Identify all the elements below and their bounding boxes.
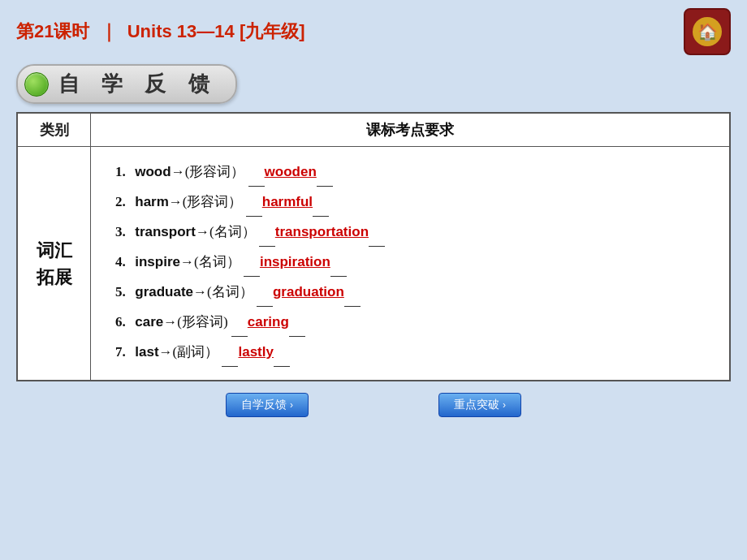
list-item: 2. harm→(形容词） harmful xyxy=(115,188,713,217)
item-type: →(副词） xyxy=(159,344,219,360)
self-study-btn[interactable]: 自学反馈 › xyxy=(226,393,309,417)
category-cell: 词汇拓展 xyxy=(18,147,91,381)
item-type: →(形容词) xyxy=(163,314,227,330)
arrow-icon: › xyxy=(503,399,506,411)
item-num: 4. xyxy=(115,248,132,276)
item-num: 7. xyxy=(115,338,132,366)
item-num: 3. xyxy=(115,218,132,246)
header: 第21课时 ｜ Units 13—14 [九年级] 🏠 xyxy=(0,0,747,59)
section-label-text: 自 学 反 馈 xyxy=(58,70,218,98)
footer: 自学反馈 › 重点突破 › xyxy=(0,393,747,425)
green-dot-icon xyxy=(24,72,49,97)
item-word: wood xyxy=(135,164,171,179)
item-type: →(名词） xyxy=(180,254,240,269)
answer: caring xyxy=(248,314,289,330)
home-button[interactable]: 🏠 xyxy=(684,8,731,55)
answer: graduation xyxy=(273,284,344,299)
list-item: 1. wood→(形容词） wooden xyxy=(115,158,713,187)
item-word: care xyxy=(135,314,163,330)
item-word: transport xyxy=(135,224,196,239)
item-num: 2. xyxy=(115,188,132,216)
item-type: →(名词） xyxy=(193,284,253,299)
item-type: →(形容词） xyxy=(171,164,245,179)
answer: lastly xyxy=(238,344,273,360)
item-num: 1. xyxy=(115,158,132,186)
list-item: 6. care→(形容词) caring xyxy=(115,308,713,337)
col2-header: 课标考点要求 xyxy=(91,114,730,147)
content-cell: 1. wood→(形容词） wooden 2. harm→(形容词） harmf… xyxy=(91,147,730,381)
col1-header: 类别 xyxy=(18,114,91,147)
content-table: 类别 课标考点要求 词汇拓展 1. wood→(形容词） wooden 2. h… xyxy=(16,112,731,381)
item-type: →(形容词） xyxy=(169,194,243,209)
answer: inspiration xyxy=(260,254,330,269)
list-item: 7. last→(副词） lastly xyxy=(115,338,713,367)
item-num: 5. xyxy=(115,278,132,306)
answer: harmful xyxy=(262,194,313,209)
item-word: inspire xyxy=(135,254,180,269)
home-icon: 🏠 xyxy=(693,17,722,46)
item-type: →(名词） xyxy=(196,224,256,239)
list-item: 5. graduate→(名词） graduation xyxy=(115,278,713,307)
list-item: 3. transport→(名词） transportation xyxy=(115,218,713,247)
key-points-btn[interactable]: 重点突破 › xyxy=(438,393,521,417)
list-item: 4. inspire→(名词） inspiration xyxy=(115,248,713,277)
item-word: harm xyxy=(135,194,169,209)
answer: transportation xyxy=(275,224,369,239)
arrow-icon: › xyxy=(290,399,293,411)
item-word: last xyxy=(135,344,158,360)
item-num: 6. xyxy=(115,308,132,336)
item-word: graduate xyxy=(135,284,193,299)
page-title: 第21课时 ｜ Units 13—14 [九年级] xyxy=(16,19,305,44)
answer: wooden xyxy=(265,164,317,179)
section-label: 自 学 反 馈 xyxy=(16,64,237,104)
